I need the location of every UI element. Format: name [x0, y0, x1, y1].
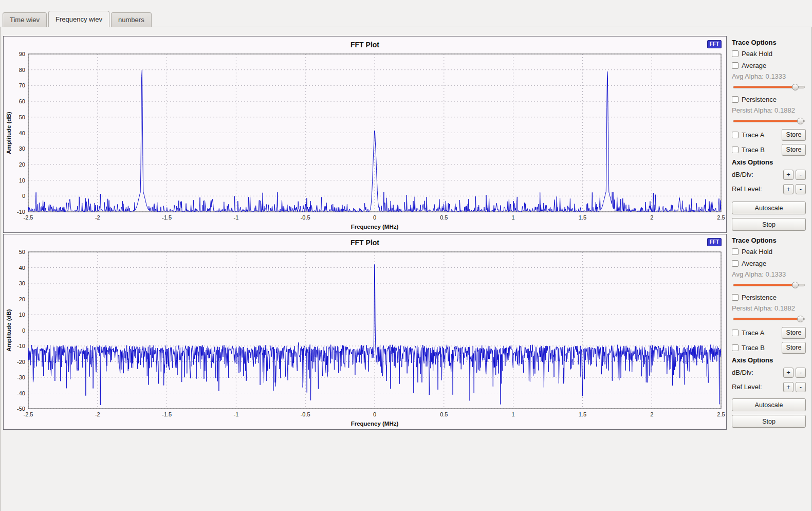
- svg-text:-1: -1: [234, 411, 239, 417]
- svg-text:20: 20: [19, 161, 25, 168]
- svg-text:-2: -2: [95, 411, 100, 417]
- avg-alpha-slider-1[interactable]: [733, 83, 805, 91]
- trace-options-sidebar-2: Trace Options Peak Hold Average Avg Alph…: [727, 234, 809, 430]
- persist-alpha-slider-track-2[interactable]: [733, 318, 805, 320]
- peak-hold-checkbox-1[interactable]: [732, 50, 739, 57]
- svg-text:-2.5: -2.5: [24, 411, 33, 417]
- trace-options-title-1: Trace Options: [732, 39, 806, 46]
- trace-a-label-2: Trace A: [742, 329, 764, 337]
- tab-time-view[interactable]: Time wiev: [3, 12, 47, 27]
- svg-text:2.5: 2.5: [717, 214, 725, 221]
- avg-alpha-label-2: Avg Alpha: 0.1333: [732, 270, 806, 279]
- store-trace-a-button-1[interactable]: Store: [782, 129, 806, 141]
- ref-level-increase-button-1[interactable]: +: [783, 184, 793, 194]
- svg-text:-2: -2: [95, 214, 100, 221]
- ref-level-increase-button-2[interactable]: +: [783, 382, 793, 392]
- svg-text:0: 0: [373, 214, 376, 221]
- svg-text:-30: -30: [17, 374, 25, 380]
- stop-button-2[interactable]: Stop: [732, 415, 806, 428]
- svg-text:90: 90: [19, 51, 25, 57]
- fft-plot-title-1: FFT Plot: [4, 36, 726, 51]
- fft-plot-canvas-2[interactable]: -2.5-2-1.5-1-0.500.511.522.5-50-40-30-20…: [5, 249, 725, 428]
- average-row-1: Average: [732, 61, 806, 70]
- persist-alpha-slider-handle-2[interactable]: [797, 316, 804, 322]
- average-checkbox-1[interactable]: [732, 62, 739, 69]
- svg-text:Amplitude (dB): Amplitude (dB): [6, 112, 12, 154]
- db-div-decrease-button-1[interactable]: -: [796, 170, 806, 180]
- persist-alpha-slider-2[interactable]: [733, 315, 805, 323]
- peak-hold-checkbox-2[interactable]: [732, 248, 739, 255]
- db-div-label-1: dB/Div:: [732, 171, 753, 178]
- db-div-row-1: dB/Div: + -: [732, 169, 806, 180]
- trace-b-row-2: Trace B Store: [732, 341, 806, 354]
- trace-a-checkbox-1[interactable]: [732, 132, 739, 138]
- trace-a-checkbox-2[interactable]: [732, 330, 739, 336]
- average-checkbox-2[interactable]: [732, 260, 739, 267]
- store-trace-b-button-1[interactable]: Store: [782, 144, 806, 156]
- persistence-checkbox-2[interactable]: [732, 294, 739, 301]
- svg-text:0: 0: [22, 193, 25, 199]
- trace-options-sidebar-1: Trace Options Peak Hold Average Avg Alph…: [727, 36, 809, 233]
- persist-alpha-slider-1[interactable]: [733, 117, 805, 125]
- autoscale-button-1[interactable]: Autoscale: [732, 202, 806, 214]
- peak-hold-row-1: Peak Hold: [732, 49, 806, 58]
- fft-plot-title-2: FFT Plot: [4, 234, 726, 249]
- tab-frequency-view[interactable]: Frequency wiev: [48, 11, 109, 27]
- ref-level-decrease-button-1[interactable]: -: [796, 184, 806, 194]
- tab-numbers[interactable]: numbers: [111, 12, 152, 27]
- svg-text:20: 20: [19, 296, 25, 302]
- ref-level-row-2: Ref Level: + -: [732, 381, 806, 393]
- svg-text:1: 1: [512, 214, 515, 221]
- trace-a-label-1: Trace A: [742, 131, 764, 139]
- db-div-increase-button-2[interactable]: +: [783, 368, 793, 378]
- trace-a-row-1: Trace A Store: [732, 129, 806, 141]
- avg-alpha-slider-handle-1[interactable]: [792, 84, 799, 90]
- axis-options-title-2: Axis Options: [732, 356, 806, 364]
- svg-text:50: 50: [19, 249, 25, 255]
- svg-text:40: 40: [19, 130, 25, 136]
- trace-b-row-1: Trace B Store: [732, 143, 806, 156]
- peak-hold-row-2: Peak Hold: [732, 247, 806, 256]
- db-div-decrease-button-2[interactable]: -: [796, 368, 806, 378]
- fft-plot-canvas-1[interactable]: -2.5-2-1.5-1-0.500.511.522.5-10010203040…: [5, 51, 725, 231]
- persist-alpha-slider-track-1[interactable]: [733, 120, 805, 122]
- trace-options-title-2: Trace Options: [732, 236, 806, 244]
- svg-text:Frequency (MHz): Frequency (MHz): [351, 224, 399, 230]
- persist-alpha-slider-fill-2: [733, 318, 800, 320]
- avg-alpha-label-1: Avg Alpha: 0.1333: [732, 72, 806, 81]
- persistence-row-1: Persistence: [732, 95, 806, 104]
- trace-b-label-2: Trace B: [742, 344, 765, 352]
- avg-alpha-slider-2[interactable]: [733, 281, 805, 289]
- svg-text:-40: -40: [17, 390, 25, 396]
- svg-text:-1.5: -1.5: [162, 411, 172, 417]
- average-label-1: Average: [742, 62, 766, 69]
- svg-text:10: 10: [19, 312, 25, 318]
- persistence-label-2: Persistence: [742, 294, 777, 301]
- svg-text:0: 0: [22, 327, 25, 334]
- db-div-label-2: dB/Div:: [732, 369, 753, 376]
- fft-scope-section-1: FFT Plot FFT -2.5-2-1.5-1-0.500.511.522.…: [3, 36, 809, 233]
- fft-plot-panel-2: FFT Plot FFT -2.5-2-1.5-1-0.500.511.522.…: [3, 234, 727, 430]
- db-div-row-2: dB/Div: + -: [732, 367, 806, 378]
- persist-alpha-label-1: Persist Alpha: 0.1882: [732, 106, 806, 115]
- store-trace-b-button-2[interactable]: Store: [782, 342, 806, 354]
- svg-text:70: 70: [19, 82, 25, 88]
- trace-b-checkbox-1[interactable]: [732, 147, 739, 153]
- svg-text:1: 1: [512, 411, 515, 417]
- trace-b-checkbox-2[interactable]: [732, 344, 739, 351]
- stop-button-1[interactable]: Stop: [732, 218, 806, 231]
- fft-plot-panel-1: FFT Plot FFT -2.5-2-1.5-1-0.500.511.522.…: [3, 36, 727, 233]
- svg-text:-1: -1: [234, 214, 239, 221]
- svg-text:30: 30: [19, 280, 25, 286]
- persistence-checkbox-1[interactable]: [732, 96, 739, 103]
- db-div-increase-button-1[interactable]: +: [783, 170, 793, 180]
- svg-text:Amplitude (dB): Amplitude (dB): [6, 309, 12, 352]
- ref-level-decrease-button-2[interactable]: -: [796, 382, 806, 392]
- avg-alpha-slider-handle-2[interactable]: [792, 282, 799, 288]
- store-trace-a-button-2[interactable]: Store: [782, 327, 806, 339]
- persist-alpha-slider-handle-1[interactable]: [797, 118, 804, 124]
- autoscale-button-2[interactable]: Autoscale: [732, 398, 806, 411]
- svg-text:-50: -50: [17, 406, 25, 412]
- average-row-2: Average: [732, 259, 806, 268]
- peak-hold-label-2: Peak Hold: [742, 248, 772, 256]
